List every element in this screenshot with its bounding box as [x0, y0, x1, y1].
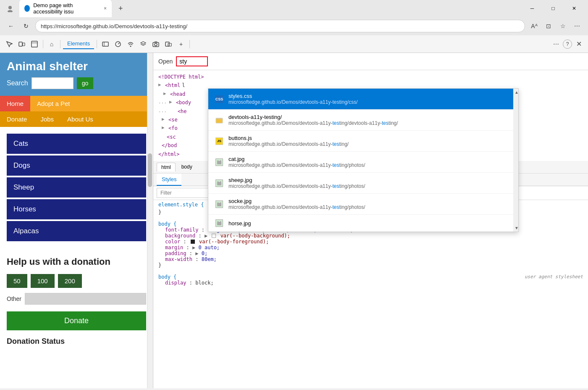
search-go-btn[interactable]: go	[77, 77, 94, 89]
device-toggle-btn[interactable]	[16, 38, 28, 50]
animal-alpacas[interactable]: Alpacas	[7, 221, 146, 241]
triangle-margin[interactable]: ▶	[192, 245, 195, 250]
inspect-element-btn[interactable]	[3, 38, 15, 50]
back-btn[interactable]: ←	[5, 20, 17, 32]
url-bar[interactable]: https://microsoftedge.github.io/Demos/de…	[35, 20, 525, 32]
dropdown-scroll-down[interactable]: ▼	[513, 224, 518, 232]
dropdown-item-horse-jpg[interactable]: horse.jpg	[208, 215, 518, 232]
expand-fo[interactable]: ▶	[162, 124, 167, 132]
head-tag: <head	[170, 90, 185, 98]
styles-tab[interactable]: Styles	[157, 174, 181, 186]
socke-jpg-name: socke.jpg	[228, 198, 365, 204]
tab-elements[interactable]: Elements	[63, 39, 94, 49]
dropdown-item-sheep-jpg[interactable]: sheep.jpg microsoftedge.github.io/Demos/…	[208, 173, 518, 194]
colon-4: :	[189, 250, 195, 256]
color-swatch-background	[212, 234, 216, 238]
add-tab-btn[interactable]: +	[175, 38, 187, 50]
prop-background: background	[165, 233, 195, 239]
animal-cats[interactable]: Cats	[7, 134, 146, 154]
html-tab-html[interactable]: html	[157, 163, 176, 171]
home-btn[interactable]: ⌂	[46, 38, 58, 50]
profile-icon[interactable]	[4, 3, 16, 14]
network-icon-btn[interactable]	[100, 38, 111, 50]
folder-icon	[215, 116, 223, 124]
minimize-btn[interactable]: ─	[522, 2, 542, 15]
body-close-brace: }	[158, 262, 583, 268]
socke-img-icon	[215, 200, 223, 208]
tab-title: Demo page with accessibility issu	[33, 2, 100, 15]
dropdown-item-styles-css[interactable]: CSS styles.css microsoftedge.github.io/D…	[208, 89, 518, 110]
window-controls: ─ □ ✕	[522, 2, 584, 15]
devtools-close-btn[interactable]: ✕	[573, 38, 585, 50]
folder-name: devtools-a11y-testing/	[228, 114, 398, 120]
scroll-track[interactable]	[147, 53, 153, 388]
amount-50[interactable]: 50	[7, 274, 27, 288]
donate-btn[interactable]: Donate	[7, 311, 146, 330]
donation-status: Donation Status	[0, 337, 153, 346]
settings-btn[interactable]: ⋯	[571, 20, 583, 32]
dropdown-item-buttons-js[interactable]: JS buttons.js microsoftedge.github.io/De…	[208, 131, 518, 152]
animal-dogs[interactable]: Dogs	[7, 155, 146, 176]
val-margin: 0 auto;	[199, 245, 220, 250]
colon-2: :	[183, 239, 189, 245]
wifi-btn[interactable]	[125, 38, 136, 50]
layers-btn[interactable]	[137, 38, 149, 50]
se-tag: <se	[168, 116, 178, 124]
url-domain: microsoftedge.github.io	[57, 23, 113, 29]
svg-marker-26	[217, 221, 219, 222]
other-amount-input[interactable]	[25, 293, 146, 305]
address-bar: ← ↻ https://microsoftedge.github.io/Demo…	[0, 17, 588, 35]
dropdown-item-cat-jpg[interactable]: cat.jpg microsoftedge.github.io/Demos/de…	[208, 152, 518, 173]
svg-rect-13	[165, 42, 169, 46]
img-icon-cat	[215, 158, 223, 166]
expand-head[interactable]: ▶	[163, 90, 168, 98]
amount-100[interactable]: 100	[31, 274, 55, 288]
other-row: Other	[7, 293, 146, 305]
sheep-jpg-path: microsoftedge.github.io/Demos/devtools-a…	[228, 183, 365, 189]
html-tab-body[interactable]: body	[177, 163, 197, 171]
camera-btn[interactable]	[150, 38, 162, 50]
panel-btn[interactable]	[29, 38, 40, 50]
svg-marker-17	[217, 160, 219, 161]
scroll-thumb[interactable]	[148, 153, 152, 187]
new-tab-btn[interactable]: +	[115, 3, 126, 15]
expand-se[interactable]: ▶	[162, 116, 167, 124]
prop-margin: margin	[165, 245, 183, 250]
tab-close-btn[interactable]: ×	[104, 5, 107, 11]
dropdown-item-socke-jpg[interactable]: socke.jpg microsoftedge.github.io/Demos/…	[208, 194, 518, 215]
svg-line-9	[118, 43, 120, 44]
split-screen-btn[interactable]: ⊡	[543, 20, 554, 32]
maximize-btn[interactable]: □	[543, 2, 563, 15]
animal-horses[interactable]: Horses	[7, 199, 146, 219]
expand-html[interactable]: ▶	[158, 81, 163, 89]
refresh-btn[interactable]: ↻	[20, 20, 32, 32]
item-socke-content: socke.jpg microsoftedge.github.io/Demos/…	[228, 198, 365, 210]
dropdown-scroll-track[interactable]: ▲ ▼	[513, 89, 518, 232]
svg-rect-6	[102, 42, 108, 46]
close-btn[interactable]: ✕	[564, 2, 584, 15]
favorites-btn[interactable]: ☆	[557, 20, 569, 32]
animal-sheep[interactable]: Sheep	[7, 177, 146, 198]
search-input[interactable]	[32, 77, 74, 89]
nav-jobs[interactable]: Jobs	[34, 111, 60, 127]
svg-rect-3	[23, 43, 25, 46]
nav-donate[interactable]: Donate	[0, 111, 34, 127]
more-tabs-btn[interactable]	[163, 38, 174, 50]
dropdown-scroll-up[interactable]: ▲	[513, 89, 518, 96]
expand-body[interactable]: ▶	[169, 98, 174, 106]
triangle-padding[interactable]: ▶	[195, 250, 198, 256]
read-aloud-btn[interactable]: Aᴬ	[528, 20, 540, 32]
browser-tab[interactable]: Demo page with accessibility issu ×	[19, 0, 112, 17]
open-file-input[interactable]: sty	[179, 58, 205, 65]
performance-btn[interactable]	[112, 38, 124, 50]
triangle-background[interactable]: ▶	[205, 233, 207, 239]
nav-home[interactable]: Home	[0, 96, 30, 111]
devtools-more-btn[interactable]: ⋯	[550, 38, 562, 50]
nav-about[interactable]: About Us	[60, 111, 100, 127]
amount-200[interactable]: 200	[58, 274, 82, 288]
nav-adopt[interactable]: Adopt a Pet	[30, 96, 76, 111]
dropdown-item-folder[interactable]: devtools-a11y-testing/ microsoftedge.git…	[208, 110, 518, 131]
cat-jpg-name: cat.jpg	[228, 156, 365, 162]
devtools-help-btn[interactable]: ?	[563, 40, 572, 49]
svg-point-12	[155, 43, 157, 46]
